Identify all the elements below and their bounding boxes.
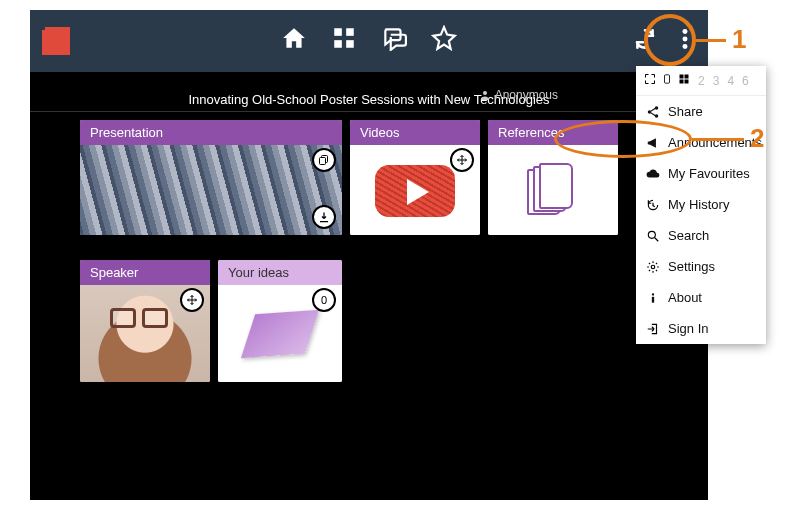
svg-point-16 [648,110,652,114]
nav-icon-group [281,25,457,55]
card-title: Speaker [80,260,210,285]
svg-point-18 [648,231,655,238]
view-controls: 2 3 4 6 [636,66,766,96]
star-icon[interactable] [431,25,457,55]
chat-icon[interactable] [381,25,407,55]
board-area[interactable]: Presentation Videos References [80,120,688,500]
zoom-4[interactable]: 4 [727,74,734,88]
signin-icon [646,322,660,336]
card-presentation[interactable]: Presentation [80,120,342,235]
svg-rect-0 [334,28,342,36]
menu-history[interactable]: My History [636,189,766,220]
more-menu-panel: 2 3 4 6 Share Announcements My Favourite… [636,66,766,344]
card-ideas[interactable]: Your ideas 0 [218,260,342,382]
menu-about[interactable]: About [636,282,766,313]
menu-label: My Favourites [668,166,750,181]
phone-icon[interactable] [662,72,672,89]
refresh-icon[interactable] [632,26,658,56]
menu-favourites[interactable]: My Favourites [636,158,766,189]
card-title: Your ideas [218,260,342,285]
menu-label: Search [668,228,709,243]
svg-rect-21 [652,296,654,302]
history-icon [646,198,660,212]
user-badge[interactable]: Anonymous [479,88,558,102]
zoom-2[interactable]: 2 [698,74,705,88]
menu-announcements[interactable]: Announcements [636,127,766,158]
user-label: Anonymous [495,88,558,102]
menu-signin[interactable]: Sign In [636,313,766,344]
app-window: Innovating Old-School Poster Sessions wi… [30,10,708,500]
grid-icon[interactable] [678,73,690,88]
zoom-6[interactable]: 6 [742,74,749,88]
menu-settings[interactable]: Settings [636,251,766,282]
menu-label: My History [668,197,729,212]
svg-rect-9 [320,158,326,165]
svg-point-7 [483,91,487,95]
menu-share[interactable]: Share [636,96,766,127]
menu-search[interactable]: Search [636,220,766,251]
svg-rect-13 [680,80,684,84]
youtube-icon [375,165,455,217]
annotation-line-1 [696,39,726,42]
app-logo[interactable] [42,27,70,55]
card-speaker[interactable]: Speaker [80,260,210,382]
header-right-group [632,26,698,56]
cloud-icon [646,167,660,181]
megaphone-icon [646,136,660,150]
svg-point-19 [651,265,655,269]
header-bar [30,10,708,72]
share-icon [646,105,660,119]
fullscreen-icon[interactable] [644,73,656,88]
svg-point-20 [652,293,654,295]
svg-point-6 [683,44,688,49]
sticky-note-graphic [241,310,319,358]
card-references[interactable]: References [488,120,618,235]
more-menu-icon[interactable] [672,26,698,56]
menu-label: Sign In [668,321,708,336]
menu-label: Settings [668,259,715,274]
menu-label: Share [668,104,703,119]
info-icon [646,291,660,305]
svg-rect-2 [334,40,342,48]
svg-rect-11 [680,75,684,79]
svg-rect-3 [346,40,354,48]
svg-point-15 [655,106,659,110]
move-icon[interactable] [180,288,204,312]
annotation-line-2 [692,138,744,141]
svg-point-4 [683,29,688,34]
annotation-label-2: 2 [750,123,764,154]
card-videos[interactable]: Videos [350,120,480,235]
annotation-label-1: 1 [732,24,746,55]
card-title: Videos [350,120,480,145]
svg-rect-14 [685,80,689,84]
svg-point-5 [683,37,688,42]
card-title: References [488,120,618,145]
page-title-strip: Innovating Old-School Poster Sessions wi… [30,88,708,112]
svg-rect-12 [685,75,689,79]
home-icon[interactable] [281,25,307,55]
copy-icon[interactable] [312,148,336,172]
apps-icon[interactable] [331,25,357,55]
book-icon [523,161,583,221]
card-image [80,145,342,235]
zoom-3[interactable]: 3 [713,74,720,88]
download-icon[interactable] [312,205,336,229]
count-badge[interactable]: 0 [312,288,336,312]
search-icon [646,229,660,243]
card-title: Presentation [80,120,342,145]
card-image [488,145,618,235]
menu-label: About [668,290,702,305]
gear-icon [646,260,660,274]
move-icon[interactable] [450,148,474,172]
svg-rect-10 [665,75,670,83]
glasses-graphic [110,308,168,328]
svg-point-17 [655,114,659,118]
svg-rect-1 [346,28,354,36]
